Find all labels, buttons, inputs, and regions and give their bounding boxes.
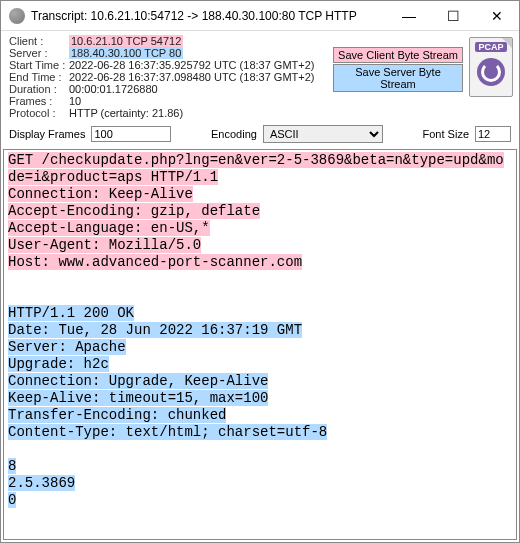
swirl-icon — [477, 58, 505, 86]
server-label: Server : — [9, 47, 69, 59]
pcap-file-icon[interactable]: PCAP — [469, 37, 513, 97]
maximize-button[interactable]: ☐ — [431, 1, 475, 31]
metadata-grid: Client : 10.6.21.10 TCP 54712 Server : 1… — [9, 35, 331, 119]
start-time-label: Start Time : — [9, 59, 69, 71]
window-title: Transcript: 10.6.21.10:54712 -> 188.40.3… — [31, 9, 387, 23]
fontsize-input[interactable] — [475, 126, 511, 142]
server-response-body: 8 2.5.3869 0 — [8, 458, 75, 508]
display-frames-label: Display Frames — [9, 128, 85, 140]
duration-value: 00:00:01.1726880 — [69, 83, 331, 95]
end-time-value: 2022-06-28 16:37:37.098480 UTC (18:37 GM… — [69, 71, 331, 83]
header-right: Save Client Byte Stream Save Server Byte… — [331, 35, 513, 119]
fontsize-label: Font Size — [423, 128, 469, 140]
end-time-label: End Time : — [9, 71, 69, 83]
display-frames-input[interactable] — [91, 126, 171, 142]
save-client-button[interactable]: Save Client Byte Stream — [333, 47, 463, 63]
client-value: 10.6.21.10 TCP 54712 — [69, 35, 331, 47]
transcript-area[interactable]: GET /checkupdate.php?lng=en&ver=2-5-3869… — [3, 149, 517, 540]
save-buttons: Save Client Byte Stream Save Server Byte… — [333, 47, 463, 97]
titlebar: Transcript: 10.6.21.10:54712 -> 188.40.3… — [1, 1, 519, 31]
save-server-button[interactable]: Save Server Byte Stream — [333, 64, 463, 92]
server-response-headers: HTTP/1.1 200 OK Date: Tue, 28 Jun 2022 1… — [8, 305, 327, 440]
server-value: 188.40.30.100 TCP 80 — [69, 47, 331, 59]
client-label: Client : — [9, 35, 69, 47]
app-icon — [9, 8, 25, 24]
controls-bar: Display Frames Encoding ASCII Font Size — [1, 121, 519, 147]
frames-value: 10 — [69, 95, 331, 107]
client-request-block: GET /checkupdate.php?lng=en&ver=2-5-3869… — [8, 152, 504, 270]
duration-label: Duration : — [9, 83, 69, 95]
minimize-button[interactable]: — — [387, 1, 431, 31]
protocol-label: Protocol : — [9, 107, 69, 119]
encoding-select[interactable]: ASCII — [263, 125, 383, 143]
header: Client : 10.6.21.10 TCP 54712 Server : 1… — [1, 31, 519, 121]
frames-label: Frames : — [9, 95, 69, 107]
protocol-value: HTTP (certainty: 21.86) — [69, 107, 331, 119]
start-time-value: 2022-06-28 16:37:35.925792 UTC (18:37 GM… — [69, 59, 331, 71]
encoding-label: Encoding — [211, 128, 257, 140]
close-button[interactable]: ✕ — [475, 1, 519, 31]
